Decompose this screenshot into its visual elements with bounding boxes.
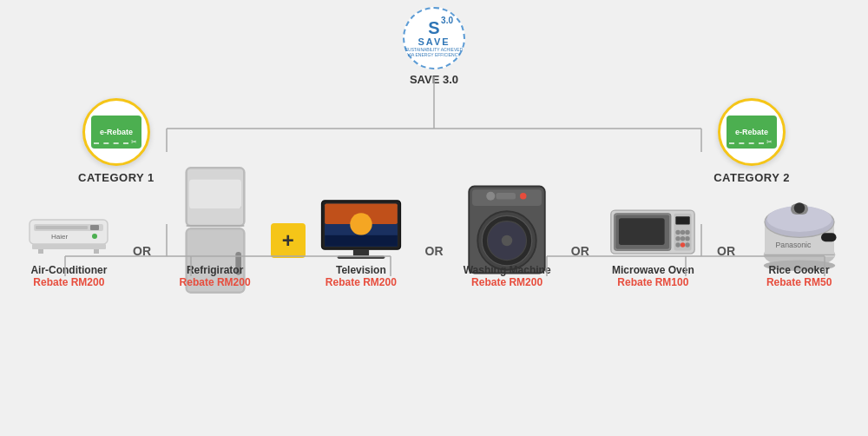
rice-name: Rice Cooker bbox=[769, 264, 830, 276]
svg-rect-35 bbox=[353, 249, 369, 255]
washer-name: Washing Machine bbox=[464, 264, 551, 276]
separator-or-2: OR bbox=[412, 244, 455, 288]
or-1-text: OR bbox=[133, 244, 151, 258]
category-1-circle: e-Rebate ✂ bbox=[82, 98, 150, 166]
product-rice: Panasonic Rice Cooker Rebate RM50 bbox=[747, 200, 851, 288]
plus-icon: + bbox=[271, 223, 306, 258]
ac-name: Air-Conditioner bbox=[30, 264, 107, 276]
product-tv: Television Rebate RM200 bbox=[310, 200, 413, 288]
category-2-badge-text: e-Rebate bbox=[735, 128, 768, 136]
save-tagline: SUSTAINABILITY ACHIEVED VIA ENERGY EFFIC… bbox=[404, 47, 464, 57]
svg-rect-18 bbox=[32, 244, 106, 249]
category-2-label: CATEGORY 2 bbox=[713, 171, 790, 184]
svg-point-66 bbox=[793, 202, 805, 214]
category-1-label: CATEGORY 1 bbox=[78, 171, 155, 184]
svg-point-57 bbox=[686, 236, 690, 241]
svg-point-53 bbox=[681, 230, 685, 235]
fridge-name: Refrigirator bbox=[187, 264, 243, 276]
microwave-image bbox=[609, 200, 696, 261]
category-2-node: e-Rebate ✂ CATEGORY 2 bbox=[713, 98, 790, 184]
svg-rect-19 bbox=[38, 249, 43, 254]
product-washer: Washing Machine Rebate RM200 bbox=[456, 200, 559, 288]
microwave-svg bbox=[609, 202, 696, 258]
tv-image bbox=[318, 200, 404, 261]
svg-rect-16 bbox=[36, 226, 88, 229]
svg-point-56 bbox=[681, 236, 685, 241]
ac-rebate: Rebate RM200 bbox=[33, 276, 104, 288]
category-1-dashes bbox=[94, 142, 128, 144]
category-1-scissors: ✂ bbox=[131, 138, 137, 146]
fridge-image bbox=[172, 200, 259, 261]
svg-rect-45 bbox=[496, 193, 516, 200]
svg-point-44 bbox=[520, 193, 527, 200]
save-word: SAVE bbox=[418, 36, 450, 47]
main-diagram: 3.0 S SAVE SUSTAINABILITY ACHIEVED VIA E… bbox=[0, 0, 868, 436]
svg-rect-28 bbox=[189, 180, 241, 208]
microwave-name: Microwave Oven bbox=[612, 264, 694, 276]
separator-or-1: OR bbox=[121, 244, 163, 288]
fridge-rebate: Rebate RM200 bbox=[180, 276, 251, 288]
microwave-rebate: Rebate RM100 bbox=[617, 276, 688, 288]
top-node: 3.0 S SAVE SUSTAINABILITY ACHIEVED VIA E… bbox=[403, 7, 465, 86]
svg-rect-67 bbox=[821, 233, 837, 241]
svg-point-54 bbox=[686, 230, 690, 235]
save-label: SAVE 3.0 bbox=[410, 73, 458, 86]
tv-rebate: Rebate RM200 bbox=[326, 276, 397, 288]
washer-image bbox=[464, 200, 550, 261]
product-fridge: Refrigirator Rebate RM200 bbox=[163, 200, 266, 288]
svg-point-58 bbox=[676, 243, 681, 248]
svg-text:Haier: Haier bbox=[51, 233, 68, 241]
or-2-text: OR bbox=[425, 244, 444, 258]
ac-image: Haier bbox=[25, 200, 112, 261]
product-ac: Haier Air-Conditioner Rebate RM200 bbox=[17, 200, 121, 288]
svg-rect-36 bbox=[338, 255, 385, 259]
version-badge: 3.0 bbox=[441, 16, 453, 25]
rice-image: Panasonic bbox=[756, 200, 843, 261]
category-2-scissors: ✂ bbox=[766, 138, 773, 146]
svg-point-55 bbox=[676, 236, 681, 241]
svg-point-43 bbox=[486, 192, 495, 201]
product-microwave: Microwave Oven Rebate RM100 bbox=[602, 200, 705, 288]
washer-svg bbox=[464, 184, 550, 276]
tv-name: Television bbox=[336, 264, 386, 276]
separator-or-3: OR bbox=[559, 244, 602, 288]
category-2-dashes bbox=[729, 142, 764, 144]
svg-rect-34 bbox=[325, 235, 398, 246]
products-row: Haier Air-Conditioner Rebate RM200 OR bbox=[17, 200, 851, 288]
category-1-node: e-Rebate ✂ CATEGORY 1 bbox=[78, 98, 155, 184]
or-3-text: OR bbox=[571, 244, 589, 258]
svg-point-52 bbox=[676, 230, 681, 235]
svg-point-33 bbox=[350, 213, 372, 235]
svg-rect-20 bbox=[94, 249, 99, 254]
save-s-letter: S bbox=[428, 19, 439, 36]
or-4-text: OR bbox=[717, 244, 735, 258]
svg-rect-14 bbox=[30, 220, 108, 244]
svg-point-59 bbox=[681, 243, 685, 248]
save-logo-circle: 3.0 S SAVE SUSTAINABILITY ACHIEVED VIA E… bbox=[403, 7, 465, 69]
svg-text:Panasonic: Panasonic bbox=[775, 240, 811, 248]
tv-svg bbox=[318, 199, 404, 262]
category-1-badge: e-Rebate ✂ bbox=[91, 116, 141, 149]
svg-rect-49 bbox=[619, 218, 665, 245]
svg-rect-17 bbox=[90, 225, 99, 230]
svg-point-42 bbox=[502, 235, 513, 247]
ac-svg: Haier bbox=[25, 207, 112, 254]
rice-svg: Panasonic bbox=[756, 184, 843, 276]
separator-plus: + bbox=[266, 223, 309, 288]
category-2-circle: e-Rebate ✂ bbox=[718, 98, 786, 166]
svg-rect-51 bbox=[676, 217, 690, 225]
category-2-badge: e-Rebate ✂ bbox=[727, 116, 777, 149]
svg-point-60 bbox=[686, 243, 690, 248]
rice-rebate: Rebate RM50 bbox=[766, 276, 832, 288]
category-1-badge-text: e-Rebate bbox=[100, 128, 133, 136]
washer-rebate: Rebate RM200 bbox=[471, 276, 542, 288]
separator-or-4: OR bbox=[705, 244, 747, 288]
svg-point-22 bbox=[92, 234, 97, 239]
plus-text: + bbox=[282, 228, 294, 253]
